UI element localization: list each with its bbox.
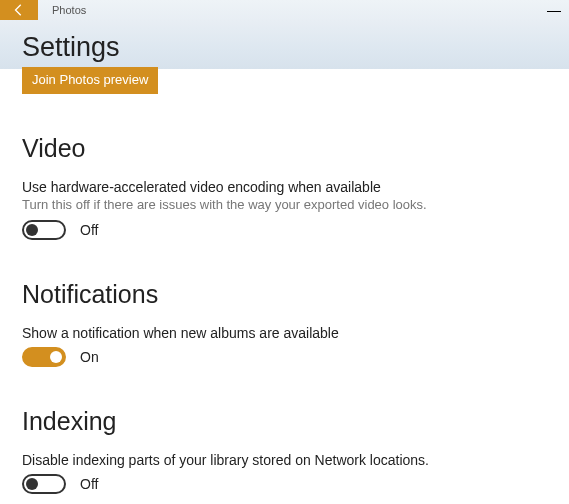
- indexing-toggle-label: Off: [80, 476, 98, 492]
- arrow-left-icon: [12, 3, 26, 17]
- section-heading-indexing: Indexing: [22, 407, 547, 436]
- page-title: Settings: [22, 32, 547, 63]
- section-heading-video: Video: [22, 134, 547, 163]
- section-indexing: Indexing Disable indexing parts of your …: [22, 407, 547, 494]
- video-toggle-label: Off: [80, 222, 98, 238]
- section-heading-notifications: Notifications: [22, 280, 547, 309]
- video-toggle-row: Off: [22, 220, 547, 240]
- section-video: Video Use hardware-accelerated video enc…: [22, 134, 547, 240]
- notifications-setting-title: Show a notification when new albums are …: [22, 325, 547, 341]
- join-preview-button[interactable]: Join Photos preview: [22, 67, 158, 94]
- toggle-knob: [26, 224, 38, 236]
- app-title: Photos: [52, 4, 86, 16]
- titlebar: Photos —: [0, 0, 569, 20]
- video-setting-title: Use hardware-accelerated video encoding …: [22, 179, 547, 195]
- indexing-toggle-row: Off: [22, 474, 547, 494]
- header-band: Settings: [0, 20, 569, 69]
- content-area: Join Photos preview Video Use hardware-a…: [0, 69, 569, 504]
- indexing-setting-title: Disable indexing parts of your library s…: [22, 452, 547, 468]
- toggle-knob: [26, 478, 38, 490]
- minimize-button[interactable]: —: [547, 2, 561, 18]
- section-notifications: Notifications Show a notification when n…: [22, 280, 547, 367]
- video-setting-desc: Turn this off if there are issues with t…: [22, 197, 547, 212]
- toggle-knob: [50, 351, 62, 363]
- video-toggle[interactable]: [22, 220, 66, 240]
- indexing-toggle[interactable]: [22, 474, 66, 494]
- notifications-toggle[interactable]: [22, 347, 66, 367]
- back-button[interactable]: [0, 0, 38, 20]
- notifications-toggle-label: On: [80, 349, 99, 365]
- notifications-toggle-row: On: [22, 347, 547, 367]
